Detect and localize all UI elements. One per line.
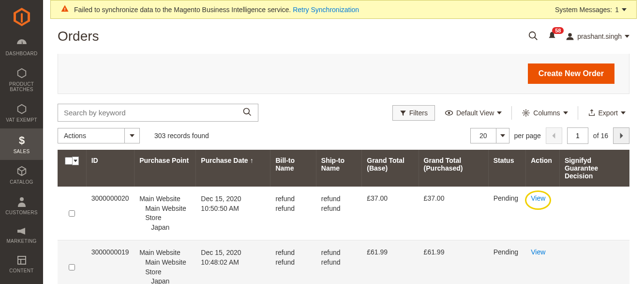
system-message-bar: ! Failed to synchronize data to the Mage… — [50, 0, 637, 19]
chevron-down-icon[interactable] — [496, 128, 509, 143]
col-grand-total-purchased[interactable]: Grand Total (Purchased) — [419, 150, 489, 187]
user-icon — [566, 32, 574, 41]
row-checkbox[interactable] — [69, 210, 75, 217]
person-icon — [17, 196, 26, 208]
nav-dashboard[interactable]: DASHBOARD — [0, 32, 43, 62]
hex-icon — [16, 68, 27, 79]
table-row: 3000000019Main WebsiteMain Website Store… — [58, 240, 629, 284]
message-text: Failed to synchronize data to the Magent… — [74, 6, 555, 14]
cell-purchase-point: Main WebsiteMain Website StoreJapan — [135, 240, 196, 284]
grid-header: ID Purchase Point Purchase Date↑ Bill-to… — [58, 150, 629, 187]
cell-id: 3000000019 — [87, 240, 135, 284]
chevron-down-icon — [622, 7, 627, 12]
cell-signifyd — [560, 187, 629, 240]
create-order-button[interactable]: Create New Order — [528, 63, 614, 84]
row-checkbox[interactable] — [69, 264, 75, 270]
layout-icon — [17, 255, 27, 266]
export-icon — [588, 109, 596, 117]
cell-id: 3000000020 — [87, 187, 135, 240]
view-link[interactable]: View — [531, 248, 545, 256]
warning-icon: ! — [60, 4, 69, 15]
col-purchase-date[interactable]: Purchase Date↑ — [196, 150, 270, 187]
page-count: of 16 — [593, 132, 608, 140]
dashboard-icon — [16, 38, 28, 49]
page-input[interactable] — [567, 127, 588, 144]
cell-status: Pending — [489, 187, 526, 240]
columns-button[interactable]: Columns — [518, 109, 571, 117]
svg-point-12 — [448, 111, 450, 114]
chevron-down-icon — [563, 110, 568, 115]
nav-product-batches[interactable]: PRODUCT BATCHES — [0, 62, 43, 98]
next-page-button[interactable] — [613, 127, 629, 144]
svg-text:$: $ — [18, 134, 24, 146]
svg-point-1 — [20, 197, 24, 201]
search-button[interactable] — [237, 104, 258, 121]
select-all-cell — [58, 150, 87, 187]
retry-link[interactable]: Retry Synchronization — [293, 6, 359, 14]
col-grand-total-base[interactable]: Grand Total (Base) — [362, 150, 419, 187]
user-name: prashant.singh — [577, 32, 622, 40]
svg-point-13 — [525, 111, 527, 114]
gear-icon — [522, 109, 530, 117]
sort-asc-icon: ↑ — [250, 157, 254, 164]
cell-purchase-date: Dec 15, 202010:48:02 AM — [196, 240, 270, 284]
page-size-dropdown[interactable]: 20 — [470, 128, 509, 143]
col-signifyd[interactable]: Signifyd Guarantee Decision — [560, 150, 629, 187]
col-shipto[interactable]: Ship-to Name — [316, 150, 362, 187]
nav-marketing[interactable]: MARKETING — [0, 221, 43, 250]
filter-icon — [400, 110, 406, 116]
per-page-label: per page — [514, 132, 541, 140]
cell-billto: refundrefund — [270, 187, 316, 240]
actions-label: Actions — [58, 128, 124, 143]
default-view-button[interactable]: Default View — [441, 109, 506, 117]
col-id[interactable]: ID — [87, 150, 135, 187]
filters-button[interactable]: Filters — [392, 105, 435, 121]
chevron-down-icon[interactable] — [124, 128, 139, 143]
export-button[interactable]: Export — [584, 109, 629, 117]
nav-customers[interactable]: CUSTOMERS — [0, 190, 43, 221]
dollar-icon: $ — [17, 134, 27, 147]
chevron-down-icon — [621, 110, 626, 115]
cell-status: Pending — [489, 240, 526, 284]
col-action[interactable]: Action — [526, 150, 560, 187]
magento-logo[interactable] — [12, 7, 31, 27]
page-size-value: 20 — [471, 128, 496, 143]
nav-sales[interactable]: $SALES — [0, 128, 43, 160]
svg-rect-2 — [18, 256, 26, 264]
cell-action: View — [526, 187, 560, 240]
cell-shipto: refundrefund — [316, 187, 362, 240]
cell-grand-total-base: £61.99 — [362, 240, 419, 284]
nav-vat-exempt[interactable]: VAT EXEMPT — [0, 98, 43, 128]
nav-label: CATALOG — [10, 179, 33, 185]
search-icon[interactable] — [528, 31, 539, 43]
select-all-dropdown[interactable] — [72, 157, 79, 165]
cell-shipto: refundrefund — [316, 240, 362, 284]
col-purchase-point[interactable]: Purchase Point — [135, 150, 196, 187]
nav-label: SALES — [14, 149, 30, 154]
nav-label: PRODUCT BATCHES — [0, 81, 43, 92]
svg-line-7 — [535, 37, 538, 40]
select-all-checkbox[interactable] — [65, 157, 73, 165]
notifications-icon[interactable]: 58 — [547, 31, 557, 42]
svg-point-9 — [244, 109, 250, 114]
prev-page-button[interactable] — [546, 127, 562, 144]
horn-icon — [16, 227, 27, 237]
svg-text:!: ! — [64, 7, 66, 12]
record-count: 303 records found — [154, 132, 209, 140]
col-billto[interactable]: Bill-to Name — [270, 150, 316, 187]
action-bar: Create New Order — [58, 54, 629, 94]
page-title: Orders — [58, 29, 528, 44]
cell-action: View — [526, 240, 560, 284]
actions-dropdown[interactable]: Actions — [58, 128, 140, 143]
col-status[interactable]: Status — [489, 150, 526, 187]
cell-grand-total-purchased: £37.00 — [419, 187, 489, 240]
view-link[interactable]: View — [531, 194, 545, 202]
search-wrapper — [58, 104, 258, 122]
nav-catalog[interactable]: CATALOG — [0, 160, 43, 190]
cell-signifyd — [560, 240, 629, 284]
search-input[interactable] — [58, 105, 237, 121]
user-menu[interactable]: prashant.singh — [566, 32, 629, 41]
system-messages-toggle[interactable]: System Messages: 1 — [555, 6, 627, 14]
sidebar: DASHBOARDPRODUCT BATCHESVAT EXEMPT$SALES… — [0, 0, 43, 284]
nav-content[interactable]: CONTENT — [0, 250, 43, 279]
